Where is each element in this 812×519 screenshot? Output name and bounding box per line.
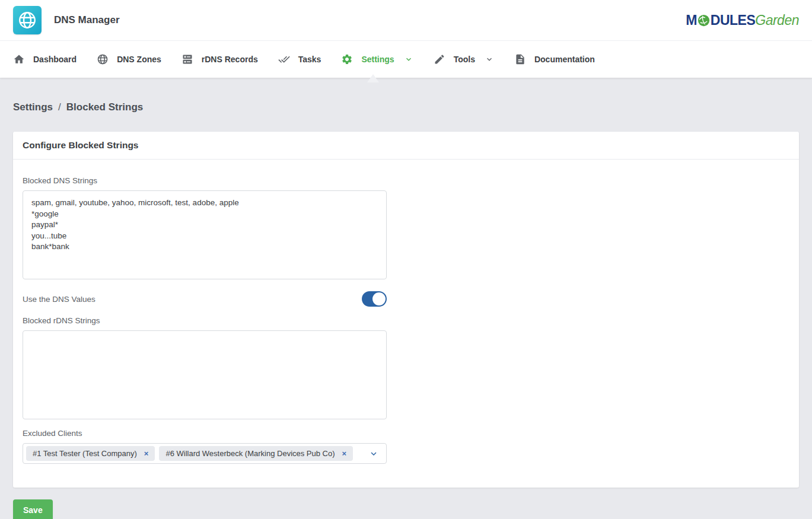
globe-icon xyxy=(17,10,37,30)
nav-label: Tasks xyxy=(298,55,321,64)
page-title: DNS Manager xyxy=(54,14,120,26)
brand-text-m: M xyxy=(686,14,697,27)
dns-manager-page: DNS Manager M DULES Garden Dashboard xyxy=(0,0,812,519)
nav-label: DNS Zones xyxy=(117,55,161,64)
dns-icon xyxy=(181,53,193,65)
breadcrumb-blocked-strings: Blocked Strings xyxy=(66,101,143,113)
nav-item-documentation[interactable]: Documentation xyxy=(504,41,605,78)
tag-label: #1 Test Tester (Test Company) xyxy=(33,449,137,458)
active-nav-caret xyxy=(367,74,379,82)
save-button[interactable]: Save xyxy=(13,499,53,519)
excluded-client-tag: #6 Willard Westerbeck (Marking Devices P… xyxy=(159,446,353,461)
nav-item-settings[interactable]: Settings xyxy=(331,41,423,78)
breadcrumb-separator: / xyxy=(58,101,61,113)
brand-text-dules: DULES xyxy=(711,14,755,27)
card-title: Configure Blocked Strings xyxy=(13,132,799,160)
nav-label: Settings xyxy=(361,55,394,64)
main-nav: Dashboard DNS Zones xyxy=(0,40,812,78)
nav-item-dashboard[interactable]: Dashboard xyxy=(3,41,87,78)
nav-label: Documentation xyxy=(534,55,595,64)
breadcrumb: Settings/Blocked Strings xyxy=(13,101,799,113)
gear-icon xyxy=(341,53,353,65)
nav-item-rdns-records[interactable]: rDNS Records xyxy=(171,41,268,78)
nav-item-dns-zones[interactable]: DNS Zones xyxy=(87,41,171,78)
nav-label: rDNS Records xyxy=(202,55,258,64)
brand-globe-icon xyxy=(698,14,710,27)
blocked-dns-strings-label: Blocked DNS Strings xyxy=(23,176,789,185)
modulesgarden-logo: M DULES Garden xyxy=(686,14,799,27)
chevron-down-icon xyxy=(404,55,413,64)
blocked-rdns-strings-textarea[interactable] xyxy=(23,330,387,419)
use-dns-values-toggle[interactable] xyxy=(362,291,387,307)
globe-icon xyxy=(97,53,109,65)
home-icon xyxy=(13,53,25,65)
double-check-icon xyxy=(278,53,290,65)
chevron-down-icon xyxy=(485,55,494,64)
remove-tag-icon[interactable]: × xyxy=(342,450,347,457)
document-icon xyxy=(514,53,526,65)
nav-label: Dashboard xyxy=(33,55,77,64)
blocked-rdns-strings-label: Blocked rDNS Strings xyxy=(23,316,789,325)
header-left: DNS Manager xyxy=(13,6,120,34)
blocked-dns-strings-textarea[interactable]: spam, gmail, youtube, yahoo, microsoft, … xyxy=(23,190,387,279)
app-header: DNS Manager M DULES Garden xyxy=(0,0,812,40)
tag-label: #6 Willard Westerbeck (Marking Devices P… xyxy=(165,449,335,458)
remove-tag-icon[interactable]: × xyxy=(144,450,149,457)
breadcrumb-settings[interactable]: Settings xyxy=(13,101,53,113)
use-dns-values-row: Use the DNS Values xyxy=(23,291,387,307)
configure-blocked-strings-card: Configure Blocked Strings Blocked DNS St… xyxy=(13,132,799,488)
nav-item-tools[interactable]: Tools xyxy=(423,41,504,78)
brand-text-garden: Garden xyxy=(755,14,799,27)
chevron-down-icon[interactable] xyxy=(368,448,379,459)
excluded-client-tag: #1 Test Tester (Test Company) × xyxy=(26,446,155,461)
toggle-knob xyxy=(372,292,386,305)
app-logo xyxy=(13,6,42,34)
pencil-icon xyxy=(434,53,445,65)
card-body: Blocked DNS Strings spam, gmail, youtube… xyxy=(13,160,799,488)
excluded-clients-select[interactable]: #1 Test Tester (Test Company) × #6 Willa… xyxy=(23,443,387,464)
excluded-clients-label: Excluded Clients xyxy=(23,429,789,438)
nav-item-tasks[interactable]: Tasks xyxy=(268,41,332,78)
nav-label: Tools xyxy=(454,55,475,64)
use-dns-values-label: Use the DNS Values xyxy=(23,295,95,304)
